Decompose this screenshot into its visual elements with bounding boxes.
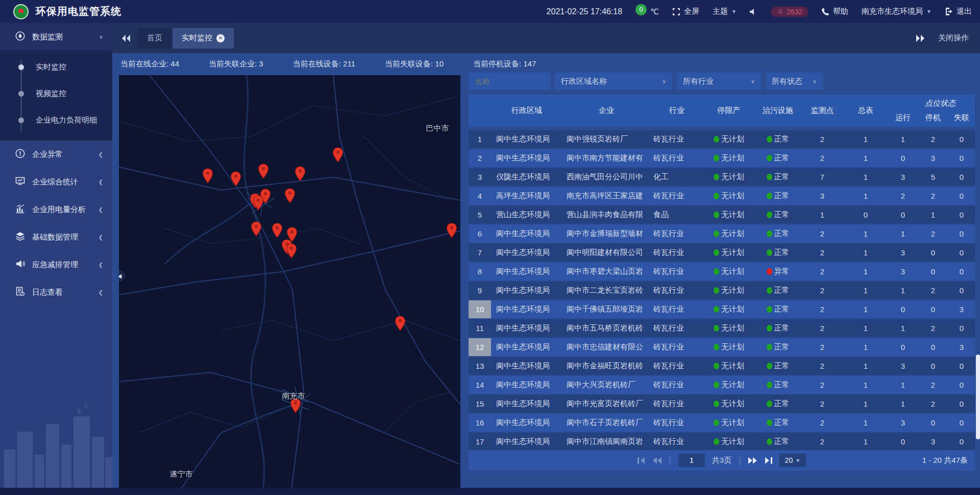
- cell-region: 阆中生态环境局: [491, 399, 562, 409]
- map-pin-marker[interactable]: [284, 188, 296, 203]
- cell-running: 0: [888, 343, 918, 351]
- help-button[interactable]: 帮助: [822, 7, 848, 16]
- page-number-input[interactable]: 1: [678, 454, 705, 467]
- map-pin-marker[interactable]: [251, 221, 262, 237]
- map-pin-marker[interactable]: [202, 168, 213, 183]
- last-page-icon: [764, 457, 772, 464]
- table-row[interactable]: 15阆中生态环境局阆中市光富页岩机砖厂砖瓦行业无计划正常21120: [469, 395, 975, 413]
- org-dropdown[interactable]: 南充市生态环境局▼: [862, 7, 932, 16]
- logout-button[interactable]: 退出: [945, 7, 972, 16]
- table-row[interactable]: 10阆中生态环境局阆中千佛镇五郎垭页岩砖瓦行业无计划正常21003: [469, 300, 975, 318]
- sidebar-item-应急减排管理[interactable]: 应急减排管理❮: [0, 251, 112, 278]
- app-title: 环保用电监管系统: [36, 5, 121, 18]
- fullscreen-button[interactable]: 全屏: [672, 7, 699, 16]
- sidebar-item-数据监测[interactable]: 数据监测∨: [0, 23, 112, 51]
- cell-region: 阆中生态环境局: [491, 267, 562, 276]
- chevron-left-icon: ❮: [99, 289, 103, 296]
- table-row[interactable]: 12阆中生态环境局阆中市忠信建材有限公砖瓦行业无计划正常21003: [469, 338, 975, 356]
- table-row[interactable]: 3仪陇生态环境局西南油气田分公司川中化工无计划正常71350: [469, 168, 975, 186]
- map-pin-marker[interactable]: [286, 243, 297, 258]
- sidebar-item-企业异常[interactable]: 企业异常❮: [0, 140, 112, 168]
- stat-当前失联设备: 当前失联设备: 10: [385, 59, 444, 69]
- table-row[interactable]: 11阆中生态环境局阆中市五马桥页岩机砖砖瓦行业无计划正常21120: [469, 319, 975, 337]
- sidebar-item-实时监控[interactable]: 实时监控: [0, 54, 112, 80]
- prev-page-button[interactable]: [653, 457, 662, 464]
- sidebar-item-企业综合统计[interactable]: 企业综合统计❮: [0, 168, 112, 196]
- table-row[interactable]: 1阆中生态环境局阆中强锐页岩砖厂砖瓦行业无计划正常21120: [469, 130, 975, 148]
- col-治污设施: 治污设施: [754, 95, 801, 127]
- sidebar-item-企业用电量分析[interactable]: 企业用电量分析❮: [0, 196, 112, 223]
- tab-实时监控[interactable]: 实时监控✕: [173, 28, 234, 49]
- industry-filter-select[interactable]: 所有行业 ∨: [677, 73, 761, 90]
- sidebar-nav: 数据监测∨实时监控视频监控企业电力负荷明细企业异常❮企业综合统计❮企业用电量分析…: [0, 23, 112, 488]
- cell-region: 阆中生态环境局: [491, 134, 562, 144]
- map-pin-marker[interactable]: [258, 163, 269, 179]
- table-row[interactable]: 7阆中生态环境局阆中明阳建材有限公司砖瓦行业无计划正常21300: [469, 244, 975, 262]
- name-filter-input-box[interactable]: [469, 73, 550, 90]
- next-page-button[interactable]: [748, 457, 757, 464]
- region-filter-select[interactable]: 行政区域名称 ∨: [555, 73, 672, 90]
- cell-monitor-points: 2: [801, 362, 843, 370]
- cell-total-meters: 1: [843, 286, 888, 295]
- map-panel[interactable]: 巴中市南充市遂宁市 ◀: [119, 75, 460, 490]
- tab-close-icon[interactable]: ✕: [216, 34, 225, 42]
- table-row[interactable]: 9阆中生态环境局阆中市二龙长宝页岩砖砖瓦行业无计划正常21120: [469, 281, 975, 299]
- table-row[interactable]: 8阆中生态环境局阆中市枣碧大梁山页岩砖瓦行业无计划异常21300: [469, 263, 975, 280]
- tabs-scroll-right-button[interactable]: [916, 35, 925, 42]
- name-filter-input[interactable]: [475, 77, 544, 86]
- first-page-icon: [638, 457, 646, 464]
- page-size-select[interactable]: 20 ▼: [779, 454, 806, 467]
- table-row[interactable]: 4高坪生态环境局南充市高坪区王家店建砖瓦行业无计划正常31220: [469, 187, 975, 205]
- cell-region: 阆中生态环境局: [491, 229, 562, 239]
- map-pin-marker[interactable]: [395, 316, 406, 331]
- chevron-down-icon: ∨: [662, 78, 666, 85]
- theme-dropdown[interactable]: 主题▼: [713, 7, 737, 16]
- map-pin-marker[interactable]: [446, 223, 457, 238]
- map-pin-marker[interactable]: [332, 147, 344, 162]
- table-body: 1阆中生态环境局阆中强锐页岩砖厂砖瓦行业无计划正常211202阆中生态环境局阆中…: [469, 130, 975, 450]
- mute-button[interactable]: [750, 8, 757, 15]
- cell-lost: 0: [948, 135, 975, 144]
- double-chevron-right-icon: [748, 457, 757, 464]
- cell-lost: 0: [948, 229, 975, 238]
- cell-total-meters: 1: [843, 324, 888, 333]
- last-page-button[interactable]: [764, 457, 772, 464]
- cell-index: 10: [469, 300, 491, 318]
- sidebar-item-视频监控[interactable]: 视频监控: [0, 80, 112, 107]
- table-row[interactable]: 17阆中生态环境局阆中市江南镇阆南页岩砖瓦行业无计划正常21030: [469, 433, 975, 450]
- sidebar-item-日志查看[interactable]: 日志查看❮: [0, 278, 112, 306]
- cell-monitor-points: 2: [801, 399, 843, 408]
- table-row[interactable]: 6阆中生态环境局阆中市金博瑞新型墙材砖瓦行业无计划正常21120: [469, 225, 975, 243]
- sidebar-item-企业电力负荷明细[interactable]: 企业电力负荷明细: [0, 107, 112, 133]
- status-filter-select[interactable]: 所有状态 ∨: [766, 73, 823, 90]
- notification-badge[interactable]: 2632: [771, 7, 808, 17]
- table-row[interactable]: 16阆中生态环境局阆中市石子页岩机砖厂砖瓦行业无计划正常21300: [469, 414, 975, 432]
- close-operations-button[interactable]: 关闭操作: [938, 33, 969, 43]
- tabs-scroll-left-button[interactable]: [121, 35, 131, 42]
- tab-首页[interactable]: 首页: [138, 28, 172, 49]
- table-row[interactable]: 14阆中生态环境局阆中大兴页岩机砖厂砖瓦行业无计划正常21120: [469, 376, 975, 394]
- cell-lost: 0: [948, 437, 975, 446]
- cell-stopped: 0: [918, 343, 948, 351]
- cell-treatment-status: 正常: [754, 342, 801, 352]
- first-page-button[interactable]: [638, 457, 646, 464]
- map-pin-marker[interactable]: [230, 171, 241, 186]
- table-row[interactable]: 2阆中生态环境局阆中市南方节能建材有砖瓦行业无计划正常21030: [469, 149, 975, 167]
- cell-region: 阆中生态环境局: [491, 361, 562, 371]
- vertical-scrollbar-thumb[interactable]: [976, 355, 980, 439]
- cell-plan-status: 无计划: [703, 399, 754, 409]
- cell-running: 0: [888, 154, 918, 162]
- cell-industry: 砖瓦行业: [650, 437, 703, 446]
- map-pin-marker[interactable]: [295, 166, 306, 181]
- cell-company: 南充市高坪区王家店建: [562, 191, 650, 201]
- sidebar-item-基础数据管理[interactable]: 基础数据管理❮: [0, 223, 112, 251]
- cell-company: 阆中明阳建材有限公司: [562, 248, 650, 257]
- map-pin-marker[interactable]: [272, 223, 283, 238]
- app-root: 环保用电监管系统 2021-02-25 17:46:18 0 ℃ 全屏 主题▼ …: [0, 0, 980, 495]
- table-row[interactable]: 13阆中生态环境局阆中市金福旺页岩机砖砖瓦行业无计划正常21300: [469, 357, 975, 375]
- cell-stopped: 2: [918, 381, 948, 389]
- cell-monitor-points: 2: [801, 229, 843, 238]
- table-row[interactable]: 5营山生态环境局营山县润丰肉食品有限食品无计划正常10010: [469, 206, 975, 224]
- cell-running: 2: [888, 192, 918, 200]
- map-pin-marker[interactable]: [253, 195, 264, 210]
